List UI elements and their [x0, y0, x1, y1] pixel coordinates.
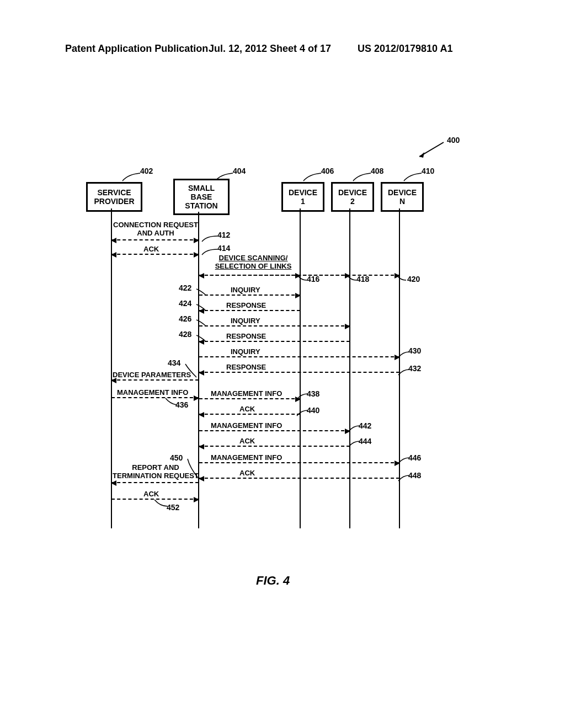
arrow-448	[199, 478, 399, 479]
arrow-442	[199, 430, 350, 431]
ref-426: 426	[179, 314, 191, 323]
msg-inquiry-430: INQUIRY	[231, 347, 260, 356]
msg-ack-444: ACK	[239, 437, 255, 445]
leader-418	[347, 275, 358, 282]
arrow-434	[111, 379, 199, 381]
leader-448	[397, 474, 411, 482]
arrow-414	[111, 254, 199, 255]
msg-response-424: RESPONSE	[226, 301, 266, 309]
leader-444	[348, 440, 361, 448]
arrow-436	[111, 397, 199, 398]
ref-424: 424	[179, 299, 191, 308]
ref-420: 420	[407, 275, 420, 283]
ref-416: 416	[307, 275, 319, 283]
msg-ack-448: ACK	[239, 469, 255, 477]
leader-400	[419, 141, 446, 158]
arrow-422	[199, 295, 300, 296]
arrow-426	[199, 325, 350, 326]
arrow-428	[199, 341, 350, 342]
msg-report-term: REPORT ANDTERMINATION REQUEST	[109, 463, 202, 480]
svg-marker-1	[419, 152, 424, 158]
arrow-424	[199, 310, 300, 311]
ref-450: 450	[170, 453, 183, 462]
ref-418: 418	[356, 275, 369, 283]
lifeline-device-2	[349, 208, 350, 528]
arrow-432	[199, 372, 399, 373]
leader-420	[396, 275, 407, 282]
arrow-440	[199, 414, 300, 415]
actor-device-n: DEVICEN	[381, 182, 424, 212]
arrow-430	[199, 356, 399, 357]
msg-mgmt-446: MANAGEMENT INFO	[211, 453, 282, 462]
figure-label: FIG. 4	[256, 574, 290, 588]
msg-inquiry-426: INQUIRY	[231, 317, 260, 325]
leader-436	[164, 397, 178, 406]
leader-452	[153, 499, 169, 508]
leader-440	[296, 409, 309, 417]
ref-400: 400	[447, 136, 460, 144]
msg-conn-req: CONNECTION REQUESTAND AUTH	[113, 221, 199, 237]
leader-432	[397, 368, 411, 376]
leader-410	[403, 172, 424, 182]
header-center: Jul. 12, 2012 Sheet 4 of 17	[209, 43, 331, 55]
ref-434: 434	[168, 358, 180, 367]
arrow-450	[111, 482, 199, 483]
leader-438	[296, 393, 309, 400]
actor-service-provider: SERVICEPROVIDER	[86, 182, 142, 212]
leader-442	[348, 425, 361, 432]
msg-scan: DEVICE SCANNING/SELECTION OF LINKS	[206, 254, 300, 270]
msg-mgmt-442: MANAGEMENT INFO	[211, 421, 282, 430]
msg-response-428: RESPONSE	[226, 332, 266, 340]
actor-small-base-station: SMALLBASESTATION	[173, 179, 230, 215]
ref-422: 422	[179, 283, 191, 292]
msg-ack-440: ACK	[239, 405, 255, 413]
msg-mgmt-438: MANAGEMENT INFO	[211, 389, 282, 398]
actor-device-2: DEVICE2	[331, 182, 374, 212]
actor-device-1: DEVICE1	[281, 182, 324, 212]
header-right: US 2012/0179810 A1	[358, 43, 452, 55]
msg-dev-params: DEVICE PARAMETERS	[113, 371, 191, 379]
leader-408	[352, 172, 373, 182]
arrow-446	[199, 462, 399, 463]
arrow-444	[199, 446, 350, 447]
header-left: Patent Application Publication	[65, 43, 208, 55]
msg-inquiry-422: INQUIRY	[231, 286, 260, 294]
leader-402	[121, 172, 142, 182]
arrow-412	[111, 239, 199, 240]
msg-ack-452: ACK	[143, 490, 159, 498]
leader-446	[397, 457, 411, 464]
ref-428: 428	[179, 330, 191, 339]
leader-430	[397, 351, 411, 358]
leader-406	[302, 172, 323, 182]
msg-ack-414: ACK	[143, 245, 159, 253]
leader-416	[297, 275, 308, 282]
arrow-438	[199, 398, 300, 399]
leader-412	[201, 235, 220, 243]
msg-response-432: RESPONSE	[226, 363, 266, 371]
sequence-diagram: 402 404 406 408 410 SERVICEPROVIDER SMAL…	[102, 172, 471, 564]
msg-mgmt-436: MANAGEMENT INFO	[117, 388, 188, 397]
